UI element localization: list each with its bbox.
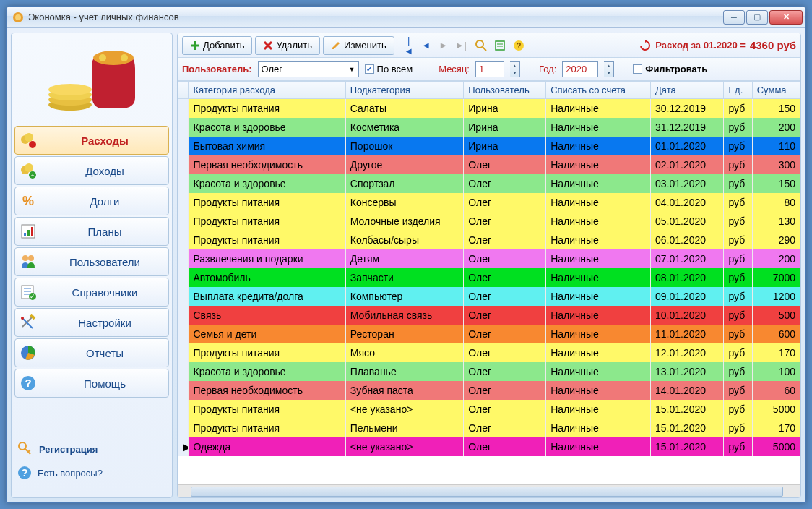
col-account[interactable]: Списать со счета xyxy=(546,82,651,99)
month-input[interactable]: 1 xyxy=(475,61,504,77)
svg-point-35 xyxy=(476,40,483,48)
table-row[interactable]: АвтомобильЗапчастиОлегНаличные08.01.2020… xyxy=(178,268,800,287)
table-row[interactable]: Продукты питанияКолбасы/сырыОлегНаличные… xyxy=(178,231,800,249)
table-row[interactable]: ▶Одежда<не указано>ОлегНаличные15.01.202… xyxy=(178,437,800,456)
table-row[interactable]: Первая необходимостьДругоеОлегНаличные02… xyxy=(178,155,800,174)
cell-subcategory: Мобильная связь xyxy=(345,306,464,325)
chevron-down-icon: ▼ xyxy=(349,66,355,73)
cell-category: Продукты питания xyxy=(189,400,345,419)
sidebar-item-8[interactable]: ?Помощь xyxy=(14,369,169,398)
year-input[interactable]: 2020 xyxy=(562,61,598,77)
col-sum[interactable]: Сумма xyxy=(752,82,800,99)
cell-account: Наличные xyxy=(546,419,651,437)
delete-button[interactable]: Удалить xyxy=(255,36,320,55)
cell-account: Наличные xyxy=(546,99,651,118)
refresh-icon[interactable] xyxy=(639,40,651,51)
table-row[interactable]: Продукты питанияМясоОлегНаличные12.01.20… xyxy=(178,343,800,362)
user-select[interactable]: Олег ▼ xyxy=(258,61,359,77)
sidebar-item-1[interactable]: +Доходы xyxy=(14,156,169,185)
cell-unit: руб xyxy=(724,118,752,137)
cell-user: Ирина xyxy=(464,99,546,118)
col-date[interactable]: Дата xyxy=(651,82,724,99)
table-row[interactable]: Красота и здоровьеСпортзалОлегНаличные03… xyxy=(178,174,800,193)
table-row[interactable]: Продукты питанияСалатыИринаНаличные30.12… xyxy=(178,99,800,118)
nav-icon-0: − xyxy=(20,132,37,149)
table-row[interactable]: Первая необходимостьЗубная пастаОлегНали… xyxy=(178,381,800,400)
first-record-button[interactable]: |◄ xyxy=(403,35,415,56)
cell-user: Олег xyxy=(464,306,546,325)
cell-user: Олег xyxy=(464,419,546,437)
row-indicator xyxy=(178,118,189,137)
sidebar-item-0[interactable]: −Расходы xyxy=(14,126,169,155)
table-row[interactable]: Бытовая химияПорошокИринаНаличные01.01.2… xyxy=(178,137,800,155)
nav-icon-6 xyxy=(20,314,37,331)
cell-user: Олег xyxy=(464,231,546,249)
cell-account: Наличные xyxy=(546,137,651,155)
sidebar-item-2[interactable]: %Долги xyxy=(14,187,169,215)
cell-sum: 300 xyxy=(752,155,800,174)
summary-value: 4360 руб xyxy=(750,39,796,51)
cell-sum: 100 xyxy=(752,362,800,381)
col-category[interactable]: Категория расхода xyxy=(189,82,345,99)
nav-label: Справочники xyxy=(46,286,164,299)
maximize-button[interactable]: ▢ xyxy=(746,10,768,25)
svg-text:%: % xyxy=(22,194,34,208)
registration-label: Регистрация xyxy=(39,444,98,455)
sidebar-item-5[interactable]: ✓Справочники xyxy=(14,278,169,307)
sidebar-item-3[interactable]: Планы xyxy=(14,217,169,246)
registration-link[interactable]: Регистрация xyxy=(17,441,166,457)
cell-user: Олег xyxy=(464,381,546,400)
table-row[interactable]: Семья и детиРесторанОлегНаличные11.01.20… xyxy=(178,325,800,343)
col-subcategory[interactable]: Подкатегория xyxy=(345,82,464,99)
filter-checkbox[interactable]: Фильтровать xyxy=(633,64,707,74)
cell-account: Наличные xyxy=(546,231,651,249)
table-row[interactable]: Красота и здоровьеПлаваньеОлегНаличные13… xyxy=(178,362,800,381)
year-spinner[interactable]: ▲▼ xyxy=(604,61,614,77)
help-toolbar-icon[interactable]: ? xyxy=(513,40,524,51)
cell-sum: 1200 xyxy=(752,287,800,306)
svg-text:✓: ✓ xyxy=(30,293,35,300)
cell-subcategory: <не указано> xyxy=(345,437,464,456)
search-icon[interactable] xyxy=(475,40,487,51)
col-user[interactable]: Пользователь xyxy=(464,82,546,99)
edit-button[interactable]: Изменить xyxy=(323,36,394,55)
add-label: Добавить xyxy=(203,40,244,51)
cell-user: Олег xyxy=(464,268,546,287)
export-icon[interactable] xyxy=(494,40,506,51)
table-row[interactable]: Продукты питанияМолочные изделияОлегНали… xyxy=(178,212,800,231)
horizontal-scrollbar[interactable] xyxy=(178,484,800,497)
table-row[interactable]: Красота и здоровьеКосметикаИринаНаличные… xyxy=(178,118,800,137)
nav-label: Помощь xyxy=(46,377,164,390)
table-container: Категория расхода Подкатегория Пользоват… xyxy=(178,81,800,484)
cell-account: Наличные xyxy=(546,306,651,325)
sidebar-item-6[interactable]: Настройки xyxy=(14,308,169,337)
svg-point-14 xyxy=(25,163,33,172)
table-row[interactable]: Продукты питанияПельмениОлегНаличные15.0… xyxy=(178,419,800,437)
sidebar-item-7[interactable]: Отчеты xyxy=(14,338,169,367)
cell-unit: руб xyxy=(724,231,752,249)
minimize-button[interactable]: ─ xyxy=(723,10,745,25)
svg-rect-20 xyxy=(27,230,30,236)
table-row[interactable]: СвязьМобильная связьОлегНаличные10.01.20… xyxy=(178,306,800,325)
cell-account: Наличные xyxy=(546,381,651,400)
cell-unit: руб xyxy=(724,287,752,306)
table-row[interactable]: Выплата кредита/долгаКомпьютерОлегНаличн… xyxy=(178,287,800,306)
close-button[interactable]: ✕ xyxy=(769,10,803,25)
prev-record-button[interactable]: ◄ xyxy=(420,40,432,51)
add-button[interactable]: Добавить xyxy=(182,36,252,55)
questions-link[interactable]: ? Есть вопросы? xyxy=(17,466,166,480)
col-unit[interactable]: Ед. xyxy=(724,82,752,99)
month-spinner[interactable]: ▲▼ xyxy=(510,61,520,77)
sidebar-item-4[interactable]: Пользователи xyxy=(14,247,169,276)
cell-user: Олег xyxy=(464,400,546,419)
table-row[interactable]: Продукты питанияКонсервыОлегНаличные04.0… xyxy=(178,193,800,212)
cell-unit: руб xyxy=(724,400,752,419)
table-row[interactable]: Развлечения и подаркиДетямОлегНаличные07… xyxy=(178,249,800,268)
all-users-checkbox[interactable]: ✔ По всем xyxy=(365,64,413,74)
svg-rect-36 xyxy=(496,41,504,50)
next-record-button[interactable]: ► xyxy=(438,40,449,51)
table-row[interactable]: Продукты питания<не указано>ОлегНаличные… xyxy=(178,400,800,419)
user-select-value: Олег xyxy=(262,64,283,74)
last-record-button[interactable]: ►| xyxy=(455,40,467,51)
cell-unit: руб xyxy=(724,137,752,155)
